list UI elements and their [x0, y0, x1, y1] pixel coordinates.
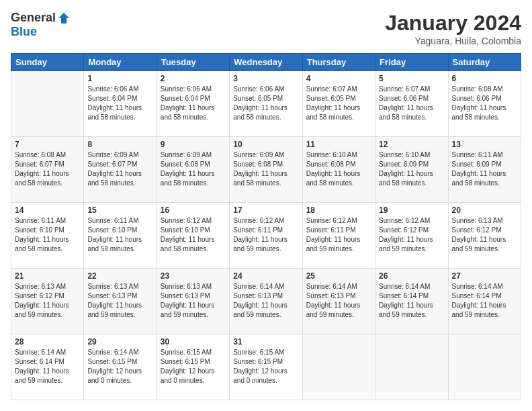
logo: General Blue [11, 11, 71, 39]
day-number: 16 [161, 205, 226, 215]
day-number: 30 [161, 337, 226, 347]
calendar-cell: 4Sunrise: 6:07 AM Sunset: 6:05 PM Daylig… [302, 71, 375, 137]
calendar-cell [302, 334, 375, 400]
title-section: January 2024 Yaguara, Huila, Colombia [385, 11, 521, 46]
day-number: 21 [15, 271, 80, 281]
calendar-cell: 19Sunrise: 6:12 AM Sunset: 6:12 PM Dayli… [375, 203, 448, 269]
calendar-cell: 31Sunrise: 6:15 AM Sunset: 6:15 PM Dayli… [230, 334, 302, 400]
calendar-cell: 16Sunrise: 6:12 AM Sunset: 6:10 PM Dayli… [157, 203, 229, 269]
day-info: Sunrise: 6:10 AM Sunset: 6:08 PM Dayligh… [306, 150, 371, 188]
calendar-cell: 30Sunrise: 6:15 AM Sunset: 6:15 PM Dayli… [157, 334, 229, 400]
calendar-cell: 20Sunrise: 6:13 AM Sunset: 6:12 PM Dayli… [448, 203, 521, 269]
day-info: Sunrise: 6:08 AM Sunset: 6:06 PM Dayligh… [452, 85, 517, 122]
calendar-cell: 24Sunrise: 6:14 AM Sunset: 6:13 PM Dayli… [230, 269, 302, 334]
day-number: 28 [15, 337, 80, 347]
day-info: Sunrise: 6:14 AM Sunset: 6:14 PM Dayligh… [452, 282, 517, 320]
day-info: Sunrise: 6:14 AM Sunset: 6:13 PM Dayligh… [233, 282, 298, 320]
calendar-cell: 27Sunrise: 6:14 AM Sunset: 6:14 PM Dayli… [448, 269, 521, 334]
calendar-cell: 11Sunrise: 6:10 AM Sunset: 6:08 PM Dayli… [302, 137, 375, 203]
day-number: 29 [87, 337, 152, 347]
calendar-table: SundayMondayTuesdayWednesdayThursdayFrid… [11, 53, 521, 400]
header: General Blue January 2024 Yaguara, Huila… [11, 11, 521, 46]
day-number: 6 [452, 74, 517, 83]
calendar-cell: 9Sunrise: 6:09 AM Sunset: 6:08 PM Daylig… [157, 137, 229, 203]
calendar-day-header: Monday [84, 54, 157, 71]
day-info: Sunrise: 6:07 AM Sunset: 6:05 PM Dayligh… [306, 85, 371, 122]
day-info: Sunrise: 6:14 AM Sunset: 6:14 PM Dayligh… [15, 348, 80, 385]
day-number: 23 [161, 271, 226, 281]
calendar-week-row: 28Sunrise: 6:14 AM Sunset: 6:14 PM Dayli… [11, 334, 521, 400]
calendar-cell: 10Sunrise: 6:09 AM Sunset: 6:08 PM Dayli… [230, 137, 302, 203]
day-number: 19 [379, 205, 444, 215]
calendar-week-row: 21Sunrise: 6:13 AM Sunset: 6:12 PM Dayli… [11, 269, 521, 334]
day-number: 10 [233, 140, 298, 149]
calendar-day-header: Sunday [11, 54, 84, 71]
day-info: Sunrise: 6:09 AM Sunset: 6:07 PM Dayligh… [87, 150, 152, 188]
day-info: Sunrise: 6:11 AM Sunset: 6:10 PM Dayligh… [15, 216, 80, 254]
day-info: Sunrise: 6:14 AM Sunset: 6:13 PM Dayligh… [306, 282, 371, 320]
day-number: 2 [161, 74, 226, 83]
day-number: 22 [87, 271, 152, 281]
calendar-cell: 28Sunrise: 6:14 AM Sunset: 6:14 PM Dayli… [11, 334, 84, 400]
logo-blue-text: Blue [11, 25, 37, 39]
day-number: 12 [379, 140, 444, 149]
day-info: Sunrise: 6:06 AM Sunset: 6:04 PM Dayligh… [161, 85, 226, 122]
day-number: 24 [233, 271, 298, 281]
day-number: 18 [306, 205, 371, 215]
calendar-cell [375, 334, 448, 400]
day-info: Sunrise: 6:15 AM Sunset: 6:15 PM Dayligh… [233, 348, 298, 385]
calendar-cell: 26Sunrise: 6:14 AM Sunset: 6:14 PM Dayli… [375, 269, 448, 334]
day-info: Sunrise: 6:06 AM Sunset: 6:04 PM Dayligh… [87, 85, 152, 122]
day-info: Sunrise: 6:09 AM Sunset: 6:08 PM Dayligh… [233, 150, 298, 188]
calendar-cell: 18Sunrise: 6:12 AM Sunset: 6:11 PM Dayli… [302, 203, 375, 269]
day-number: 1 [87, 74, 152, 83]
day-number: 9 [161, 140, 226, 149]
calendar-week-row: 7Sunrise: 6:08 AM Sunset: 6:07 PM Daylig… [11, 137, 521, 203]
day-info: Sunrise: 6:07 AM Sunset: 6:06 PM Dayligh… [379, 85, 444, 122]
day-number: 13 [452, 140, 517, 149]
day-number: 14 [15, 205, 80, 215]
calendar-week-row: 14Sunrise: 6:11 AM Sunset: 6:10 PM Dayli… [11, 203, 521, 269]
calendar-cell: 29Sunrise: 6:14 AM Sunset: 6:15 PM Dayli… [84, 334, 157, 400]
calendar-cell: 22Sunrise: 6:13 AM Sunset: 6:13 PM Dayli… [84, 269, 157, 334]
day-number: 5 [379, 74, 444, 83]
calendar-cell: 14Sunrise: 6:11 AM Sunset: 6:10 PM Dayli… [11, 203, 84, 269]
day-number: 20 [452, 205, 517, 215]
day-info: Sunrise: 6:12 AM Sunset: 6:12 PM Dayligh… [379, 216, 444, 254]
day-number: 4 [306, 74, 371, 83]
day-info: Sunrise: 6:11 AM Sunset: 6:10 PM Dayligh… [87, 216, 152, 254]
calendar-day-header: Friday [375, 54, 448, 71]
day-info: Sunrise: 6:10 AM Sunset: 6:09 PM Dayligh… [379, 150, 444, 188]
calendar-cell: 7Sunrise: 6:08 AM Sunset: 6:07 PM Daylig… [11, 137, 84, 203]
day-info: Sunrise: 6:12 AM Sunset: 6:11 PM Dayligh… [306, 216, 371, 254]
calendar-cell: 17Sunrise: 6:12 AM Sunset: 6:11 PM Dayli… [230, 203, 302, 269]
svg-marker-0 [58, 13, 69, 24]
day-number: 17 [233, 205, 298, 215]
calendar-day-header: Saturday [448, 54, 521, 71]
calendar-day-header: Thursday [302, 54, 375, 71]
day-info: Sunrise: 6:15 AM Sunset: 6:15 PM Dayligh… [161, 348, 226, 385]
calendar-cell: 6Sunrise: 6:08 AM Sunset: 6:06 PM Daylig… [448, 71, 521, 137]
calendar-cell: 15Sunrise: 6:11 AM Sunset: 6:10 PM Dayli… [84, 203, 157, 269]
page: General Blue January 2024 Yaguara, Huila… [0, 0, 532, 411]
calendar-header-row: SundayMondayTuesdayWednesdayThursdayFrid… [11, 54, 521, 71]
day-number: 15 [87, 205, 152, 215]
day-info: Sunrise: 6:14 AM Sunset: 6:15 PM Dayligh… [87, 348, 152, 385]
day-number: 11 [306, 140, 371, 149]
day-number: 31 [233, 337, 298, 347]
day-info: Sunrise: 6:06 AM Sunset: 6:05 PM Dayligh… [233, 85, 298, 122]
day-info: Sunrise: 6:13 AM Sunset: 6:13 PM Dayligh… [161, 282, 226, 320]
calendar-day-header: Wednesday [230, 54, 302, 71]
month-title: January 2024 [385, 11, 521, 36]
calendar-cell: 8Sunrise: 6:09 AM Sunset: 6:07 PM Daylig… [84, 137, 157, 203]
day-info: Sunrise: 6:09 AM Sunset: 6:08 PM Dayligh… [161, 150, 226, 188]
calendar-cell: 2Sunrise: 6:06 AM Sunset: 6:04 PM Daylig… [157, 71, 229, 137]
calendar-cell: 3Sunrise: 6:06 AM Sunset: 6:05 PM Daylig… [230, 71, 302, 137]
day-number: 25 [306, 271, 371, 281]
calendar-week-row: 1Sunrise: 6:06 AM Sunset: 6:04 PM Daylig… [11, 71, 521, 137]
calendar-cell: 5Sunrise: 6:07 AM Sunset: 6:06 PM Daylig… [375, 71, 448, 137]
day-number: 8 [87, 140, 152, 149]
day-info: Sunrise: 6:13 AM Sunset: 6:12 PM Dayligh… [452, 216, 517, 254]
calendar-cell: 23Sunrise: 6:13 AM Sunset: 6:13 PM Dayli… [157, 269, 229, 334]
day-number: 26 [379, 271, 444, 281]
